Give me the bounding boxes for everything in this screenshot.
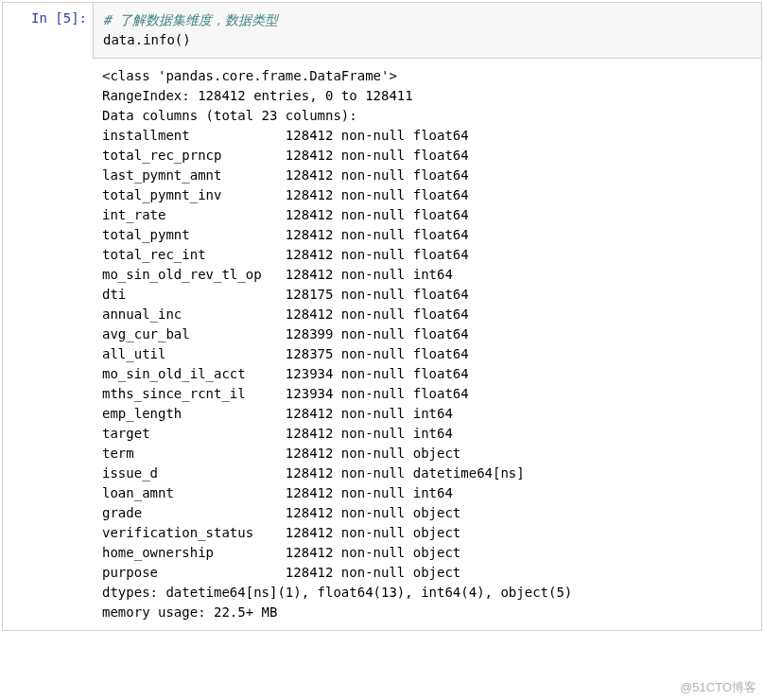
code-output-area: <class 'pandas.core.frame.DataFrame'>Ran… [93,59,761,630]
output-line: total_rec_int 128412 non-null float64 [102,245,752,265]
output-line: last_pymnt_amnt 128412 non-null float64 [102,166,752,185]
output-line: mo_sin_old_rev_tl_op 128412 non-null int… [102,265,752,285]
output-line: target 128412 non-null int64 [102,424,752,444]
output-line: installment 128412 non-null float64 [102,126,752,146]
output-line: avg_cur_bal 128399 non-null float64 [102,324,752,344]
output-line: term 128412 non-null object [102,444,752,464]
output-line: dtypes: datetime64[ns](1), float64(13), … [102,583,752,603]
cell-content: # 了解数据集维度，数据类型data.info() <class 'pandas… [93,3,761,630]
cell-prompt: In [5]: [3,3,93,630]
watermark-label: @51CTO博客 [680,679,756,696]
code-line[interactable]: data.info() [103,30,752,50]
output-line: home_ownership 128412 non-null object [102,543,752,563]
output-line: <class 'pandas.core.frame.DataFrame'> [102,66,752,86]
output-line: mths_since_rcnt_il 123934 non-null float… [102,384,752,404]
output-line: loan_amnt 128412 non-null int64 [102,483,752,503]
output-line: issue_d 128412 non-null datetime64[ns] [102,464,752,483]
output-line: int_rate 128412 non-null float64 [102,205,752,225]
output-line: dti 128175 non-null float64 [102,285,752,305]
output-line: total_pymnt 128412 non-null float64 [102,225,752,245]
output-line: purpose 128412 non-null object [102,563,752,583]
code-input-area[interactable]: # 了解数据集维度，数据类型data.info() [93,3,761,59]
output-line: grade 128412 non-null object [102,503,752,523]
output-line: total_pymnt_inv 128412 non-null float64 [102,185,752,205]
output-line: all_util 128375 non-null float64 [102,344,752,364]
output-line: memory usage: 22.5+ MB [102,603,752,622]
code-line[interactable]: # 了解数据集维度，数据类型 [103,10,752,30]
output-line: total_rec_prncp 128412 non-null float64 [102,146,752,166]
output-line: RangeIndex: 128412 entries, 0 to 128411 [102,86,752,106]
output-line: annual_inc 128412 non-null float64 [102,305,752,324]
output-line: Data columns (total 23 columns): [102,106,752,126]
prompt-label: In [5]: [31,10,87,26]
output-line: mo_sin_old_il_acct 123934 non-null float… [102,364,752,384]
output-line: emp_length 128412 non-null int64 [102,404,752,424]
notebook-cell: In [5]: # 了解数据集维度，数据类型data.info() <class… [2,2,762,631]
output-line: verification_status 128412 non-null obje… [102,523,752,543]
